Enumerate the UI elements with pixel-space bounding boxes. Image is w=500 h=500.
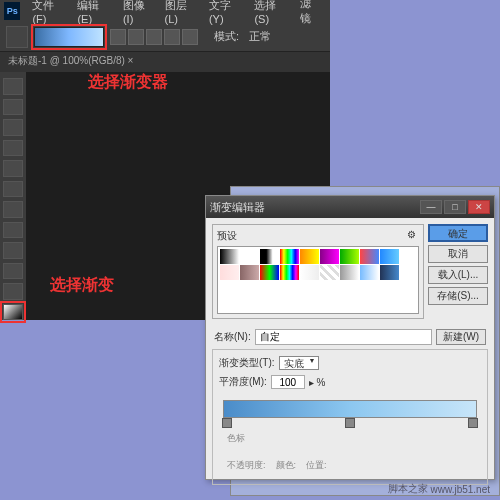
gradient-preview[interactable] xyxy=(34,27,104,47)
gradient-type-icons xyxy=(110,29,198,45)
gradient-tool[interactable] xyxy=(3,304,23,321)
gear-icon[interactable]: ⚙ xyxy=(407,229,419,241)
linear-gradient-icon[interactable] xyxy=(110,29,126,45)
eyedropper-tool[interactable] xyxy=(3,181,23,198)
menu-select[interactable]: 选择(S) xyxy=(248,0,294,25)
position-label: 位置: xyxy=(306,459,327,472)
preset-swatch[interactable] xyxy=(300,265,319,280)
dialog-title: 渐变编辑器 xyxy=(210,200,265,215)
window-buttons: — □ ✕ xyxy=(420,200,490,214)
preset-swatch[interactable] xyxy=(360,249,379,264)
preset-swatch[interactable] xyxy=(380,249,399,264)
dialog-buttons: 确定 取消 载入(L)... 存储(S)... xyxy=(428,224,488,319)
crop-tool[interactable] xyxy=(3,160,23,177)
color-label: 颜色: xyxy=(276,459,297,472)
stops-section-label: 色标 xyxy=(227,432,245,445)
gradient-editor-dialog: 渐变编辑器 — □ ✕ 预设 ⚙ 确定 取消 载入(L)... 存储(S)...… xyxy=(205,195,495,480)
options-bar: 模式: 正常 xyxy=(0,22,330,52)
load-button[interactable]: 载入(L)... xyxy=(428,266,488,284)
marquee-tool[interactable] xyxy=(3,99,23,116)
preset-swatch[interactable] xyxy=(340,265,359,280)
watermark-url: www.jb51.net xyxy=(431,484,490,495)
menu-edit[interactable]: 编辑(E) xyxy=(71,0,117,25)
new-button[interactable]: 新建(W) xyxy=(436,329,486,345)
diamond-gradient-icon[interactable] xyxy=(182,29,198,45)
preset-swatches xyxy=(217,246,419,314)
preset-swatch[interactable] xyxy=(360,265,379,280)
reflected-gradient-icon[interactable] xyxy=(164,29,180,45)
angle-gradient-icon[interactable] xyxy=(146,29,162,45)
watermark: 脚本之家 www.jb51.net xyxy=(210,482,490,496)
color-stop-right[interactable] xyxy=(468,418,478,428)
annotation-gradient-editor: 选择渐变器 xyxy=(88,72,168,93)
preset-section: 预设 ⚙ xyxy=(212,224,424,319)
name-label: 名称(N): xyxy=(214,330,251,344)
type-select[interactable]: 实底 xyxy=(279,356,319,370)
preset-swatch[interactable] xyxy=(340,249,359,264)
heal-tool[interactable] xyxy=(3,201,23,218)
preset-swatch[interactable] xyxy=(240,249,259,264)
history-brush-tool[interactable] xyxy=(3,263,23,280)
dialog-titlebar[interactable]: 渐变编辑器 — □ ✕ xyxy=(206,196,494,218)
menu-layer[interactable]: 图层(L) xyxy=(159,0,203,25)
radial-gradient-icon[interactable] xyxy=(128,29,144,45)
preset-swatch[interactable] xyxy=(380,265,399,280)
menu-filter[interactable]: 滤镜 xyxy=(294,0,326,26)
preset-swatch[interactable] xyxy=(220,249,239,264)
mode-label: 模式: xyxy=(214,29,239,44)
preset-swatch[interactable] xyxy=(260,265,279,280)
preset-label: 预设 xyxy=(217,229,237,243)
ok-button[interactable]: 确定 xyxy=(428,224,488,242)
smooth-label: 平滑度(M): xyxy=(219,375,267,389)
brush-tool[interactable] xyxy=(3,222,23,239)
stamp-tool[interactable] xyxy=(3,242,23,259)
preset-swatch[interactable] xyxy=(280,249,299,264)
menu-file[interactable]: 文件(F) xyxy=(26,0,71,25)
menubar: Ps 文件(F) 编辑(E) 图像(I) 图层(L) 文字(Y) 选择(S) 滤… xyxy=(0,0,330,22)
color-stop-mid[interactable] xyxy=(345,418,355,428)
move-tool[interactable] xyxy=(3,78,23,95)
preset-swatch[interactable] xyxy=(320,265,339,280)
preset-swatch[interactable] xyxy=(260,249,279,264)
name-row: 名称(N): 新建(W) xyxy=(206,325,494,349)
menu-type[interactable]: 文字(Y) xyxy=(203,0,249,25)
save-button[interactable]: 存储(S)... xyxy=(428,287,488,305)
gradient-bar[interactable] xyxy=(223,400,477,418)
close-icon[interactable]: ✕ xyxy=(468,200,490,214)
preset-swatch[interactable] xyxy=(220,265,239,280)
wand-tool[interactable] xyxy=(3,140,23,157)
preset-swatch[interactable] xyxy=(300,249,319,264)
preset-swatch[interactable] xyxy=(240,265,259,280)
minimize-icon[interactable]: — xyxy=(420,200,442,214)
gradient-bar-area: 色标 不透明度: 颜色: 位置: xyxy=(219,394,481,478)
color-stop-left[interactable] xyxy=(222,418,232,428)
tool-preset-button[interactable] xyxy=(6,26,28,48)
smooth-input[interactable] xyxy=(271,375,305,389)
type-label: 渐变类型(T): xyxy=(219,356,275,370)
watermark-site: 脚本之家 xyxy=(388,482,428,496)
name-input[interactable] xyxy=(255,329,432,345)
stops-controls: 色标 xyxy=(223,432,477,445)
preset-swatch[interactable] xyxy=(280,265,299,280)
ps-logo-icon: Ps xyxy=(4,2,20,20)
eraser-tool[interactable] xyxy=(3,283,23,300)
cancel-button[interactable]: 取消 xyxy=(428,245,488,263)
menu-image[interactable]: 图像(I) xyxy=(117,0,159,25)
gradient-settings: 渐变类型(T): 实底 平滑度(M): ▸ % 色标 不透明度: 颜色: 位置: xyxy=(212,349,488,485)
lasso-tool[interactable] xyxy=(3,119,23,136)
tools-panel xyxy=(0,72,26,320)
preset-swatch[interactable] xyxy=(320,249,339,264)
document-tab[interactable]: 未标题-1 @ 100%(RGB/8) × xyxy=(0,52,330,72)
smooth-unit: ▸ % xyxy=(309,377,326,388)
opacity-label: 不透明度: xyxy=(227,459,266,472)
mode-value[interactable]: 正常 xyxy=(249,29,271,44)
annotation-gradient-tool: 选择渐变 xyxy=(50,275,114,296)
maximize-icon[interactable]: □ xyxy=(444,200,466,214)
